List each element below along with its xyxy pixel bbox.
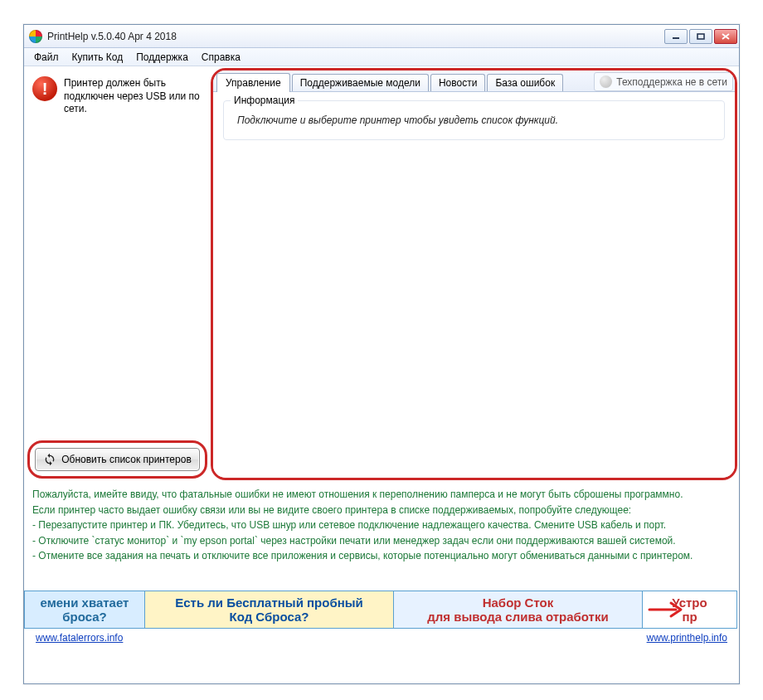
minimize-button[interactable] — [664, 29, 688, 44]
support-status[interactable]: Техподдержка не в сети — [594, 72, 733, 91]
minimize-icon — [672, 33, 680, 40]
right-pane: Управление Поддерживаемые модели Новости… — [211, 66, 739, 482]
notice-text: Принтер должен быть подключен через USB … — [64, 76, 202, 116]
refresh-printers-button[interactable]: Обновить список принтеров — [35, 448, 200, 471]
window-title: PrintHelp v.5.0.40 Apr 4 2018 — [47, 31, 663, 42]
tab-error-db[interactable]: База ошибок — [487, 74, 563, 91]
footer-link-right[interactable]: www.printhelp.info — [647, 632, 727, 644]
app-window: PrintHelp v.5.0.40 Apr 4 2018 Файл Купит… — [23, 24, 740, 684]
tips-block: Пожалуйста, имейте ввиду, что фатальные … — [24, 482, 739, 567]
menu-file[interactable]: Файл — [29, 50, 64, 65]
tab-news[interactable]: Новости — [430, 74, 485, 91]
arrow-icon — [648, 597, 686, 622]
titlebar: PrintHelp v.5.0.40 Apr 4 2018 — [24, 25, 739, 48]
left-pane: ! Принтер должен быть подключен через US… — [24, 66, 211, 482]
tab-control[interactable]: Управление — [216, 73, 290, 92]
ad-panel-2[interactable]: Есть ли Бесплатный пробный Код Сброса? — [145, 591, 394, 629]
footer: www.fatalerrors.info www.printhelp.info — [24, 629, 739, 649]
printer-notice: ! Принтер должен быть подключен через US… — [29, 73, 206, 119]
ad-panel-1[interactable]: емени хватает броса? — [24, 591, 145, 629]
maximize-icon — [697, 33, 705, 40]
menu-buy-code[interactable]: Купить Код — [67, 50, 129, 65]
ads-row: емени хватает броса? Есть ли Бесплатный … — [24, 591, 739, 629]
tip-line: Если принтер часто выдает ошибку связи и… — [32, 503, 731, 518]
svg-rect-0 — [673, 37, 679, 39]
app-icon — [29, 30, 42, 43]
menu-help[interactable]: Справка — [197, 50, 245, 65]
close-button[interactable] — [714, 29, 737, 44]
refresh-icon — [43, 453, 56, 466]
tab-content: Информация Подключите и выберите принтер… — [213, 91, 735, 478]
support-status-label: Техподдержка не в сети — [616, 76, 727, 88]
groupbox-title: Информация — [231, 95, 298, 106]
tabs-highlight: Управление Поддерживаемые модели Новости… — [211, 68, 737, 480]
refresh-label: Обновить список принтеров — [61, 454, 192, 465]
alert-icon: ! — [32, 76, 57, 101]
info-message: Подключите и выберите принтер чтобы увид… — [234, 111, 714, 129]
ad-panel-4[interactable]: Устро пр — [643, 591, 737, 629]
svg-rect-1 — [697, 34, 704, 39]
footer-link-left[interactable]: www.fatalerrors.info — [36, 632, 123, 644]
support-avatar-icon — [600, 75, 612, 88]
menu-support[interactable]: Поддержка — [131, 50, 193, 65]
tip-line: - Отключите `статус монитор` и `my epson… — [32, 533, 731, 549]
tip-line: - Отмените все задания на печать и отклю… — [32, 548, 731, 564]
tip-line: Пожалуйста, имейте ввиду, что фатальные … — [32, 487, 731, 503]
refresh-highlight: Обновить список принтеров — [27, 440, 207, 479]
info-groupbox: Информация Подключите и выберите принтер… — [223, 100, 725, 140]
tab-supported-models[interactable]: Поддерживаемые модели — [292, 74, 429, 91]
tip-line: - Перезапустите принтер и ПК. Убедитесь,… — [32, 518, 731, 533]
ad-panel-3[interactable]: Набор Сток для вывода слива отработки — [394, 591, 643, 629]
menubar: Файл Купить Код Поддержка Справка — [24, 48, 739, 66]
close-icon — [722, 33, 730, 40]
tabs-row: Управление Поддерживаемые модели Новости… — [213, 70, 735, 91]
maximize-button[interactable] — [689, 29, 712, 44]
